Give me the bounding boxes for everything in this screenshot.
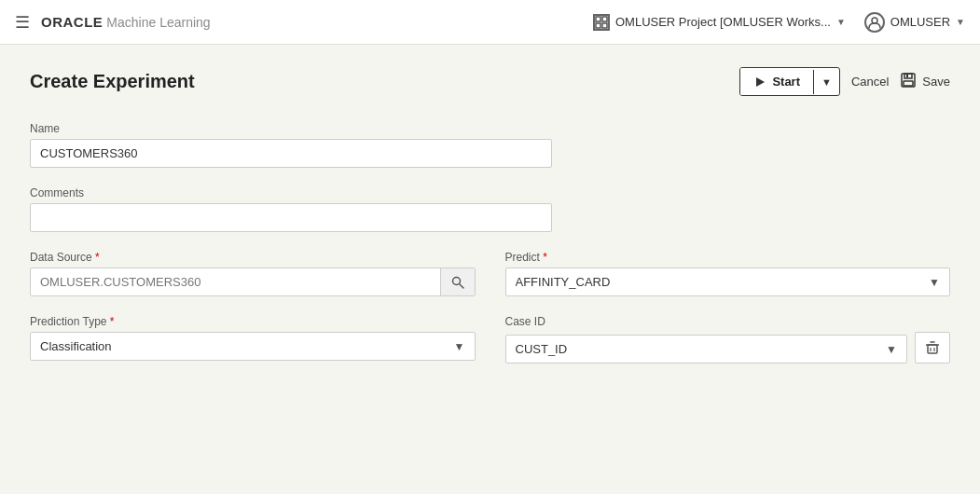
comments-label: Comments [30, 186, 552, 199]
svg-rect-9 [906, 75, 908, 77]
svg-point-10 [452, 277, 460, 284]
comments-input[interactable] [30, 203, 552, 232]
start-button-group[interactable]: Start ▼ [739, 67, 840, 96]
main-content: Create Experiment Start ▼ Cancel [0, 45, 980, 386]
user-selector[interactable]: OMLUSER ▼ [864, 12, 965, 33]
predict-select-wrapper: AFFINITY_CARD ▼ [505, 268, 951, 296]
case-id-select-wrapper: CUST_ID ▼ [505, 335, 908, 364]
cancel-button[interactable]: Cancel [851, 75, 889, 89]
toolbar: Start ▼ Cancel Save [739, 67, 950, 96]
prediction-type-col: Prediction Type Classification ▼ [30, 315, 476, 364]
save-button[interactable]: Save [900, 72, 950, 92]
play-icon [753, 75, 766, 89]
datasource-predict-row: Data Source Predict [30, 251, 950, 296]
project-icon [593, 14, 610, 31]
data-source-col: Data Source [30, 251, 476, 296]
prediction-type-select[interactable]: Classification [31, 333, 475, 360]
page-title: Create Experiment [30, 71, 195, 92]
data-source-input[interactable] [31, 268, 440, 295]
predict-group: Predict AFFINITY_CARD ▼ [505, 251, 951, 296]
page-header: Create Experiment Start ▼ Cancel [30, 67, 950, 96]
case-id-label: Case ID [505, 315, 951, 328]
project-label: OMLUSER Project [OMLUSER Works... [615, 15, 831, 29]
save-disk-icon [900, 72, 917, 89]
brand-logo: ORACLE Machine Learning [41, 14, 211, 30]
project-selector[interactable]: OMLUSER Project [OMLUSER Works... ▼ [593, 14, 846, 31]
case-id-row: CUST_ID ▼ [505, 332, 951, 364]
start-label: Start [772, 75, 800, 89]
predtype-caseid-row: Prediction Type Classification ▼ Case ID [30, 315, 950, 364]
start-button[interactable]: Start [740, 68, 813, 95]
svg-point-4 [872, 18, 877, 23]
svg-rect-1 [602, 17, 607, 21]
delete-icon [925, 340, 940, 355]
data-source-input-wrapper [30, 268, 476, 296]
save-label: Save [922, 75, 950, 89]
predict-select[interactable]: AFFINITY_CARD [506, 268, 950, 295]
user-label: OMLUSER [890, 15, 950, 29]
svg-rect-2 [596, 23, 600, 28]
project-chevron-icon: ▼ [836, 17, 846, 27]
topnav-right: OMLUSER Project [OMLUSER Works... ▼ OMLU… [593, 12, 965, 33]
data-source-group: Data Source [30, 251, 476, 296]
brand-ml-text: Machine Learning [106, 15, 210, 30]
user-avatar-icon [864, 12, 885, 33]
predict-col: Predict AFFINITY_CARD ▼ [505, 251, 951, 296]
prediction-type-label: Prediction Type [30, 315, 476, 328]
name-input[interactable] [30, 139, 552, 168]
comments-field-group: Comments [30, 186, 552, 232]
svg-rect-3 [602, 23, 607, 28]
start-dropdown-chevron-icon: ▼ [821, 76, 832, 88]
svg-rect-0 [596, 17, 600, 21]
start-dropdown-button[interactable]: ▼ [813, 70, 839, 94]
brand-oracle-text: ORACLE [41, 14, 103, 30]
case-id-select[interactable]: CUST_ID [506, 336, 907, 363]
search-icon [450, 275, 465, 290]
predict-label: Predict [505, 251, 951, 264]
svg-line-11 [460, 284, 463, 288]
svg-rect-12 [928, 345, 937, 353]
data-source-label: Data Source [30, 251, 476, 264]
svg-rect-8 [904, 81, 913, 86]
case-id-col: Case ID CUST_ID ▼ [505, 315, 951, 364]
prediction-type-group: Prediction Type Classification ▼ [30, 315, 476, 361]
experiment-form: Name Comments Data Source [30, 122, 950, 364]
topnav: ☰ ORACLE Machine Learning OMLUSER Projec… [0, 0, 980, 45]
svg-marker-5 [756, 77, 765, 87]
prediction-type-select-wrapper: Classification ▼ [30, 332, 476, 361]
case-id-delete-button[interactable] [915, 332, 950, 364]
user-chevron-icon: ▼ [956, 17, 965, 27]
topnav-left: ☰ ORACLE Machine Learning [15, 12, 211, 33]
name-field-group: Name [30, 122, 552, 168]
name-label: Name [30, 122, 552, 135]
case-id-group: Case ID CUST_ID ▼ [505, 315, 951, 364]
save-icon [900, 72, 917, 92]
data-source-search-button[interactable] [440, 268, 475, 295]
hamburger-menu[interactable]: ☰ [15, 12, 30, 33]
